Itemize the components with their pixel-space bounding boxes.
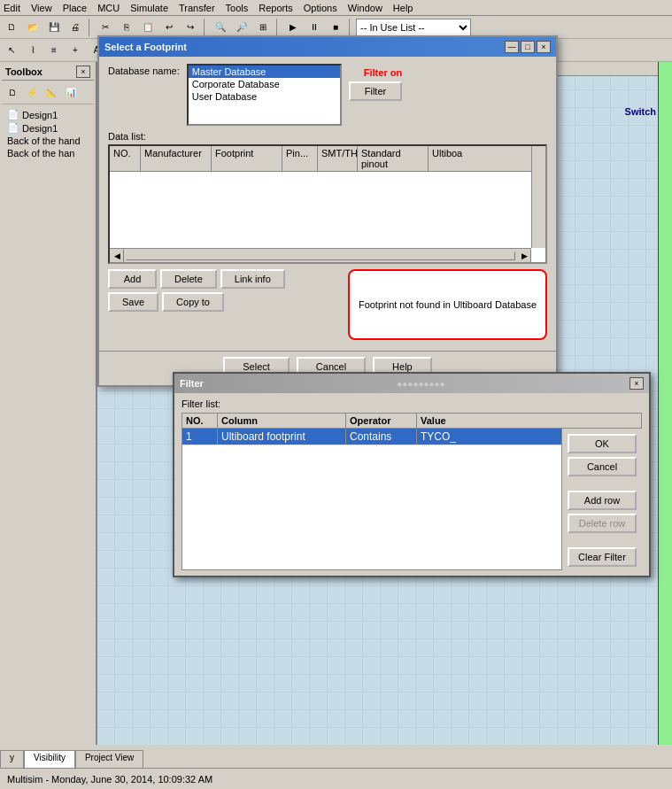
db-item-user[interactable]: User Database	[189, 90, 340, 103]
menu-place[interactable]: Place	[63, 3, 88, 13]
v-scrollbar[interactable]	[531, 146, 545, 248]
switch-label: Switch	[625, 106, 656, 117]
col-fp-header: Footprint	[212, 146, 282, 171]
filter-list-label: Filter list:	[182, 398, 642, 409]
toolbox-label: Toolbox	[5, 66, 42, 77]
filter-row1-operator: Contains	[346, 429, 417, 445]
filter-titlebar: Filter ●●●●●●●●● ×	[174, 374, 649, 393]
tb-print[interactable]: 🖨	[66, 18, 85, 37]
filter-row-1[interactable]: 1 Ultiboard footprint Contains TYCO_	[182, 429, 561, 445]
menu-mcu[interactable]: MCU	[97, 3, 120, 13]
tb-new[interactable]: 🗋	[2, 18, 21, 37]
footprint-close[interactable]: ×	[537, 41, 551, 53]
database-row: Database name: Master Database Corporate…	[108, 64, 547, 126]
datalist-header: NO. Manufacturer Footprint Pin... SMT/TH…	[110, 146, 545, 172]
tb-paste[interactable]: 📋	[138, 18, 158, 37]
tb2-wire[interactable]: ⌇	[23, 41, 42, 60]
tb-stop[interactable]: ■	[326, 18, 345, 37]
status-text: Multisim - Monday, June 30, 2014, 10:09:…	[7, 774, 212, 785]
menu-window[interactable]: Window	[348, 3, 382, 13]
ok-button[interactable]: OK	[568, 434, 637, 453]
copy-to-button[interactable]: Copy to	[162, 292, 224, 312]
filter-title: Filter	[180, 378, 204, 389]
delete-button[interactable]: Delete	[160, 269, 217, 289]
tree-item-backhand2[interactable]: Back of the han	[4, 147, 92, 159]
link-info-button[interactable]: Link info	[220, 269, 285, 289]
scroll-left-btn[interactable]: ◀	[110, 249, 124, 263]
tab-project-view[interactable]: Project View	[75, 750, 143, 768]
action-row: Add Delete Link info Save Copy to Footpr…	[108, 269, 547, 340]
menu-tools[interactable]: Tools	[226, 3, 249, 13]
menu-edit[interactable]: Edit	[4, 3, 20, 13]
add-button[interactable]: Add	[108, 269, 157, 289]
tab-y[interactable]: y	[0, 750, 24, 768]
filter-cancel-button[interactable]: Cancel	[568, 457, 637, 476]
add-row-button[interactable]: Add row	[568, 491, 637, 510]
tb2-select[interactable]: ↖	[2, 41, 21, 60]
filter-body: Filter list: NO. Column Operator Value 1…	[174, 393, 649, 576]
menu-simulate[interactable]: Simulate	[130, 3, 168, 13]
footprint-titlebar: Select a Footprint — □ ×	[99, 37, 556, 57]
footprint-title: Select a Footprint	[104, 42, 187, 52]
statusbar: Multisim - Monday, June 30, 2014, 10:09:…	[0, 768, 672, 789]
menu-options[interactable]: Options	[304, 3, 337, 13]
filter-on-label: Filter on	[364, 67, 402, 78]
filter-col-operator-header: Operator	[346, 414, 417, 428]
db-item-corporate[interactable]: Corporate Database	[189, 78, 340, 90]
tb-zoom-fit[interactable]: ⊞	[253, 18, 273, 37]
tb-save[interactable]: 💾	[44, 18, 64, 37]
h-scrollbar[interactable]: ◀ ▶	[110, 248, 531, 262]
col-no-header: NO.	[110, 146, 141, 171]
tb2-junction[interactable]: +	[66, 41, 85, 60]
separator-2	[204, 19, 207, 36]
tree-item-design1b[interactable]: 📄 Design1	[4, 121, 92, 135]
delete-row-button[interactable]: Delete row	[568, 514, 637, 533]
menu-transfer[interactable]: Transfer	[179, 3, 215, 13]
tb-redo[interactable]: ↪	[181, 18, 200, 37]
tb-copy[interactable]: ⎘	[117, 18, 136, 37]
footprint-body: Database name: Master Database Corporate…	[99, 57, 556, 347]
col-std-header: Standard pinout	[358, 146, 429, 171]
toolbox-icon-4[interactable]: 📊	[62, 83, 80, 101]
separator-4	[349, 19, 352, 36]
db-item-master[interactable]: Master Database	[189, 66, 340, 78]
tb-undo[interactable]: ↩	[159, 18, 179, 37]
filter-subtitle: ●●●●●●●●●	[397, 379, 444, 389]
tree-item-backhand[interactable]: Back of the hand	[4, 135, 92, 147]
green-bar	[658, 62, 672, 745]
toolbox-icons: 🗋 ⚡ 📐 📊	[2, 81, 94, 104]
save-button[interactable]: Save	[108, 292, 158, 312]
tb-zoom-out[interactable]: 🔎	[232, 18, 251, 37]
tb-cut[interactable]: ✂	[96, 18, 115, 37]
tree-item-design1a[interactable]: 📄 Design1	[4, 108, 92, 121]
tb-open[interactable]: 📂	[23, 18, 42, 37]
menu-view[interactable]: View	[31, 3, 52, 13]
tab-visibility[interactable]: Visibility	[24, 750, 75, 768]
footprint-minimize[interactable]: —	[505, 41, 519, 53]
action-row2-top: Add Delete Link info	[108, 269, 285, 289]
toolbox-close[interactable]: ×	[76, 66, 90, 78]
filter-close-btn[interactable]: ×	[630, 377, 644, 390]
filter-row1-column: Ultiboard footprint	[218, 429, 346, 445]
in-use-list-dropdown[interactable]: -- In Use List --	[356, 19, 471, 36]
tb2-bus[interactable]: ≡	[44, 41, 64, 60]
bottom-tabs: y Visibility Project View	[0, 750, 143, 768]
database-listbox[interactable]: Master Database Corporate Database User …	[187, 64, 342, 126]
filter-data-wrapper: 1 Ultiboard footprint Contains TYCO_ OK …	[182, 429, 642, 570]
clear-filter-button[interactable]: Clear Filter	[568, 547, 637, 567]
menu-reports[interactable]: Reports	[259, 3, 293, 13]
col-mfr-header: Manufacturer	[141, 146, 212, 171]
toolbox-icon-2[interactable]: ⚡	[23, 83, 41, 101]
footprint-maximize[interactable]: □	[521, 41, 535, 53]
toolbox-icon-1[interactable]: 🗋	[4, 83, 21, 101]
tb-run[interactable]: ▶	[283, 18, 303, 37]
menu-help[interactable]: Help	[393, 3, 413, 13]
tb-pause[interactable]: ⏸	[305, 18, 324, 37]
scroll-right-btn[interactable]: ▶	[517, 249, 531, 263]
tb-zoom-in[interactable]: 🔍	[211, 18, 230, 37]
filter-button[interactable]: Filter	[349, 81, 402, 101]
scroll-thumb[interactable]	[126, 251, 515, 260]
menubar: Edit View Place MCU Simulate Transfer To…	[0, 0, 672, 16]
toolbox-icon-3[interactable]: 📐	[42, 83, 60, 101]
action-row2-bottom: Save Copy to	[108, 292, 285, 312]
